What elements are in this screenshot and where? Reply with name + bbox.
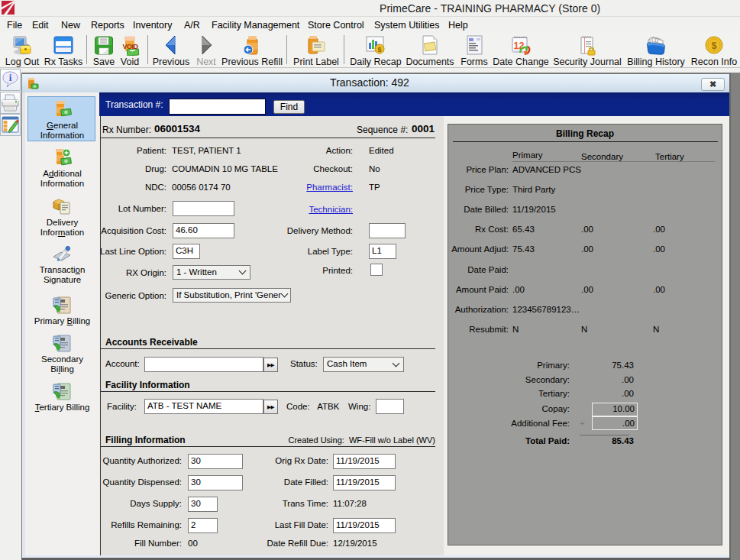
- svg-text:$: $: [711, 40, 717, 51]
- svg-text:VOID: VOID: [122, 43, 138, 50]
- svg-text:$: $: [377, 46, 381, 53]
- svg-text:i: i: [9, 72, 12, 83]
- svg-text:12: 12: [514, 40, 525, 51]
